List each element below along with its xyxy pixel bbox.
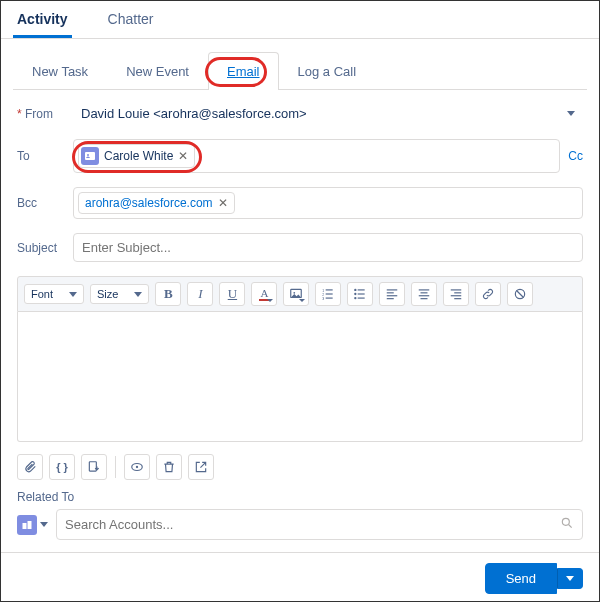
chevron-down-icon <box>69 292 77 297</box>
svg-rect-20 <box>419 289 430 290</box>
font-select[interactable]: Font <box>24 284 84 304</box>
svg-text:3: 3 <box>323 297 325 301</box>
tab-activity[interactable]: Activity <box>13 1 72 38</box>
svg-rect-18 <box>387 295 398 296</box>
insert-image-button[interactable] <box>283 282 309 306</box>
svg-point-3 <box>294 292 296 294</box>
italic-button[interactable]: I <box>187 282 213 306</box>
subject-label: Subject <box>17 241 73 255</box>
from-value: David Louie <arohra@salesforce.com> <box>81 106 307 121</box>
svg-rect-23 <box>421 298 428 299</box>
to-pill[interactable]: Carole White ✕ <box>78 144 195 168</box>
svg-rect-29 <box>89 462 96 471</box>
svg-rect-26 <box>451 295 462 296</box>
to-pill-label: Carole White <box>104 149 173 163</box>
subject-input[interactable] <box>73 233 583 262</box>
svg-rect-0 <box>85 152 95 160</box>
svg-point-1 <box>87 154 89 156</box>
svg-rect-5 <box>326 289 333 290</box>
account-icon <box>17 515 37 535</box>
svg-rect-11 <box>358 289 365 290</box>
delete-button[interactable] <box>156 454 182 480</box>
send-button[interactable]: Send <box>485 563 557 594</box>
tab-chatter[interactable]: Chatter <box>104 1 158 38</box>
bulleted-list-button[interactable] <box>347 282 373 306</box>
align-left-button[interactable] <box>379 282 405 306</box>
svg-text:2: 2 <box>323 293 325 297</box>
related-to-lookup[interactable] <box>56 509 583 540</box>
attach-file-button[interactable] <box>17 454 43 480</box>
from-label: * From <box>17 107 73 121</box>
link-button[interactable] <box>475 282 501 306</box>
bcc-pill-label: arohra@salesforce.com <box>85 196 213 210</box>
related-to-input[interactable] <box>65 517 560 532</box>
chevron-down-icon <box>566 576 574 581</box>
svg-rect-22 <box>419 295 430 296</box>
align-center-button[interactable] <box>411 282 437 306</box>
divider <box>115 456 116 478</box>
chevron-down-icon <box>567 111 575 116</box>
svg-point-12 <box>355 293 357 295</box>
contact-icon <box>81 147 99 165</box>
email-body-editor[interactable] <box>17 312 583 442</box>
svg-point-14 <box>355 297 357 299</box>
svg-rect-21 <box>421 292 428 293</box>
underline-button[interactable]: U <box>219 282 245 306</box>
from-dropdown[interactable]: David Louie <arohra@salesforce.com> <box>73 102 583 125</box>
svg-rect-17 <box>387 292 394 293</box>
svg-rect-16 <box>387 289 398 290</box>
svg-rect-27 <box>455 298 462 299</box>
svg-point-31 <box>136 466 138 468</box>
svg-rect-33 <box>28 521 32 529</box>
text-color-button[interactable]: A <box>251 282 277 306</box>
svg-rect-9 <box>326 298 333 299</box>
search-icon <box>560 516 574 533</box>
chevron-down-icon <box>134 292 142 297</box>
svg-point-10 <box>355 289 357 291</box>
popout-button[interactable] <box>188 454 214 480</box>
svg-rect-32 <box>23 523 27 529</box>
to-label: To <box>17 149 73 163</box>
subtab-new-event[interactable]: New Event <box>107 52 208 90</box>
numbered-list-button[interactable]: 123 <box>315 282 341 306</box>
svg-rect-7 <box>326 293 333 294</box>
bcc-field[interactable]: arohra@salesforce.com ✕ <box>73 187 583 219</box>
svg-text:1: 1 <box>323 289 325 293</box>
bold-button[interactable]: B <box>155 282 181 306</box>
rich-text-toolbar: Font Size B I U A 123 <box>17 276 583 312</box>
preview-button[interactable] <box>124 454 150 480</box>
subtab-log-call[interactable]: Log a Call <box>279 52 376 90</box>
svg-rect-19 <box>387 298 394 299</box>
bcc-label: Bcc <box>17 196 73 210</box>
subtab-email-label: Email <box>227 64 260 79</box>
related-to-label: Related To <box>17 490 583 504</box>
remove-icon[interactable]: ✕ <box>178 149 188 163</box>
svg-rect-24 <box>451 289 462 290</box>
svg-point-34 <box>562 518 569 525</box>
subtab-email[interactable]: Email <box>208 52 279 90</box>
send-options-button[interactable] <box>557 568 583 589</box>
related-object-select[interactable] <box>17 515 48 535</box>
svg-rect-15 <box>358 298 365 299</box>
remove-icon[interactable]: ✕ <box>218 196 228 210</box>
to-field[interactable]: Carole White ✕ <box>73 139 560 173</box>
svg-rect-25 <box>455 292 462 293</box>
bcc-pill[interactable]: arohra@salesforce.com ✕ <box>78 192 235 214</box>
merge-field-button[interactable]: { } <box>49 454 75 480</box>
align-right-button[interactable] <box>443 282 469 306</box>
insert-template-button[interactable] <box>81 454 107 480</box>
size-select[interactable]: Size <box>90 284 149 304</box>
cc-link[interactable]: Cc <box>568 149 583 163</box>
subtab-new-task[interactable]: New Task <box>13 52 107 90</box>
svg-rect-13 <box>358 293 365 294</box>
remove-formatting-button[interactable] <box>507 282 533 306</box>
chevron-down-icon <box>40 522 48 527</box>
